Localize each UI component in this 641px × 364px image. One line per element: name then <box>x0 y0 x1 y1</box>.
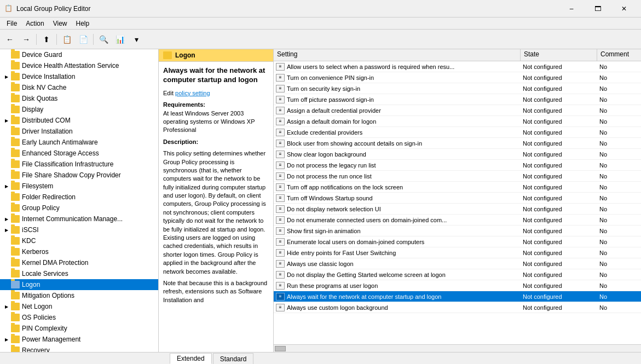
tab-standard[interactable]: Standard <box>213 353 254 364</box>
table-row[interactable]: ≡ Turn off Windows Startup sound Not con… <box>274 193 641 204</box>
row-setting: Do not display the Getting Started welco… <box>287 271 521 278</box>
sidebar-item-distributed-com[interactable]: ▶ Distributed COM <box>0 115 158 126</box>
setting-icon: ≡ <box>276 271 285 279</box>
table-row[interactable]: ≡ Show clear logon background Not config… <box>274 149 641 160</box>
sidebar-item-label: Disk NV Cache <box>22 84 66 91</box>
table-row[interactable]: ≡ Show first sign-in animation Not confi… <box>274 226 641 236</box>
sidebar-item-file-classification[interactable]: File Classification Infrastructure <box>0 159 158 170</box>
requirements-section: Requirements:At least Windows Server 200… <box>163 101 269 135</box>
sidebar-item-os-policies[interactable]: OS Policies <box>0 312 158 323</box>
tab-extended[interactable]: Extended <box>170 353 212 364</box>
sidebar-item-file-share[interactable]: File Share Shadow Copy Provider <box>0 170 158 181</box>
table-row[interactable]: ≡ Assign a default domain for logon Not … <box>274 116 641 127</box>
maximize-button[interactable]: 🗖 <box>585 0 610 18</box>
table-header: Setting State Comment <box>274 49 641 61</box>
folder-icon <box>11 303 20 310</box>
table-row[interactable]: ≡ Turn on convenience PIN sign-in Not co… <box>274 72 641 83</box>
row-comment: No <box>597 151 641 158</box>
row-comment: No <box>597 206 641 212</box>
up-button[interactable]: ⬆ <box>39 32 54 47</box>
sidebar-item-driver-installation[interactable]: Driver Installation <box>0 126 158 137</box>
table-row[interactable]: ≡ Block user from showing account detail… <box>274 138 641 149</box>
sidebar-item-power-management[interactable]: ▶ Power Management <box>0 334 158 345</box>
expand-icon <box>2 204 11 212</box>
table-row[interactable]: ≡ Do not enumerate connected users on do… <box>274 215 641 226</box>
show-hide-button[interactable]: 📋 <box>59 32 74 47</box>
sidebar-item-group-policy[interactable]: Group Policy <box>0 203 158 213</box>
table-row-selected[interactable]: ≡ Always wait for the network at compute… <box>274 291 641 302</box>
sidebar-item-disk-nv-cache[interactable]: Disk NV Cache <box>0 82 158 93</box>
expand-icon <box>2 105 11 114</box>
sidebar-item-pin-complexity[interactable]: PIN Complexity <box>0 323 158 334</box>
filter-button[interactable]: ▾ <box>129 32 144 47</box>
sidebar-item-label: PIN Complexity <box>22 325 67 332</box>
sidebar-item-device-guard[interactable]: Device Guard <box>0 49 158 60</box>
horizontal-scrollbar[interactable] <box>274 344 641 352</box>
table-row[interactable]: ≡ Do not display network selection UI No… <box>274 204 641 215</box>
sidebar-item-mitigation[interactable]: Mitigation Options <box>0 290 158 301</box>
row-comment: No <box>597 96 641 103</box>
row-comment: No <box>597 118 641 125</box>
sidebar-item-label: Recovery <box>22 346 50 352</box>
back-button[interactable]: ← <box>2 32 18 47</box>
minimize-button[interactable]: – <box>559 0 584 18</box>
column-header-comment[interactable]: Comment <box>597 49 641 61</box>
sidebar-item-early-launch[interactable]: Early Launch Antimalware <box>0 137 158 148</box>
sidebar-item-enhanced-storage[interactable]: Enhanced Storage Access <box>0 148 158 159</box>
table-row[interactable]: ≡ Assign a default credential provider N… <box>274 105 641 116</box>
row-state: Not configured <box>521 184 597 190</box>
sidebar-item-display[interactable]: Display <box>0 104 158 115</box>
sidebar-item-kerberos[interactable]: Kerberos <box>0 246 158 257</box>
table-row[interactable]: ≡ Enumerate local users on domain-joined… <box>274 236 641 247</box>
sidebar-item-label: Device Health Attestation Service <box>22 62 119 70</box>
table-row[interactable]: ≡ Do not display the Getting Started wel… <box>274 269 641 280</box>
table-row[interactable]: ≡ Turn on security key sign-in Not confi… <box>274 83 641 94</box>
column-header-setting[interactable]: Setting <box>274 49 521 61</box>
sidebar-item-recovery[interactable]: Recovery <box>0 345 158 352</box>
table-row[interactable]: ≡ Turn off picture password sign-in Not … <box>274 94 641 105</box>
table-row[interactable]: ≡ Run these programs at user logon Not c… <box>274 280 641 291</box>
sidebar-item-filesystem[interactable]: ▶ Filesystem <box>0 181 158 192</box>
menu-help[interactable]: Help <box>72 19 94 28</box>
sidebar-item-kernel-dma[interactable]: Kernel DMA Protection <box>0 257 158 268</box>
sidebar-item-folder-redirection[interactable]: Folder Redirection <box>0 192 158 203</box>
sidebar-item-net-logon[interactable]: ▶ Net Logon <box>0 301 158 312</box>
table-row[interactable]: ≡ Hide entry points for Fast User Switch… <box>274 247 641 258</box>
table-row[interactable]: ≡ Exclude credential providers Not confi… <box>274 127 641 138</box>
toolbar-separator-2 <box>56 34 57 45</box>
sidebar-item-logon[interactable]: Logon <box>0 279 158 290</box>
expand-icon <box>2 127 11 136</box>
sidebar-item-device-health[interactable]: Device Health Attestation Service <box>0 60 158 71</box>
menu-view[interactable]: View <box>49 19 72 28</box>
table-row[interactable]: ≡ Always use classic logon Not configure… <box>274 258 641 269</box>
sidebar-item-kdc[interactable]: KDC <box>0 235 158 246</box>
sidebar-item-locale-services[interactable]: Locale Services <box>0 268 158 279</box>
sidebar-item-label: Mitigation Options <box>22 292 74 299</box>
table-row[interactable]: ≡ Do not process the legacy run list Not… <box>274 160 641 171</box>
folder-icon <box>11 95 20 102</box>
close-button[interactable]: ✕ <box>611 0 637 18</box>
sidebar-item-device-installation[interactable]: ▶ Device Installation <box>0 71 158 82</box>
setting-icon: ≡ <box>276 282 285 290</box>
expand-icon <box>2 83 11 92</box>
table-row[interactable]: ≡ Always use custom logon background Not… <box>274 302 641 313</box>
row-state: Not configured <box>521 250 597 256</box>
sidebar-item-internet-comm[interactable]: ▶ Internet Communication Manage... <box>0 213 158 224</box>
table-row[interactable]: ≡ Allow users to select when a password … <box>274 61 641 72</box>
folder-icon <box>11 259 20 267</box>
export-button[interactable]: 📊 <box>112 32 128 47</box>
sidebar-item-disk-quotas[interactable]: Disk Quotas <box>0 93 158 104</box>
middle-panel-content: Always wait for the network at computer … <box>159 62 273 352</box>
forward-button[interactable]: → <box>19 32 34 47</box>
properties-button[interactable]: 📄 <box>76 32 91 47</box>
column-header-state[interactable]: State <box>521 49 597 61</box>
policy-setting-link[interactable]: policy setting <box>175 90 210 96</box>
menu-file[interactable]: File <box>2 19 21 28</box>
sidebar-item-iscsi[interactable]: ▶ iSCSI <box>0 224 158 235</box>
help-button[interactable]: 🔍 <box>96 32 111 47</box>
row-state: Not configured <box>521 74 597 81</box>
setting-icon: ≡ <box>276 304 285 311</box>
table-row[interactable]: ≡ Turn off app notifications on the lock… <box>274 182 641 193</box>
table-row[interactable]: ≡ Do not process the run once list Not c… <box>274 171 641 182</box>
menu-action[interactable]: Action <box>21 19 48 28</box>
